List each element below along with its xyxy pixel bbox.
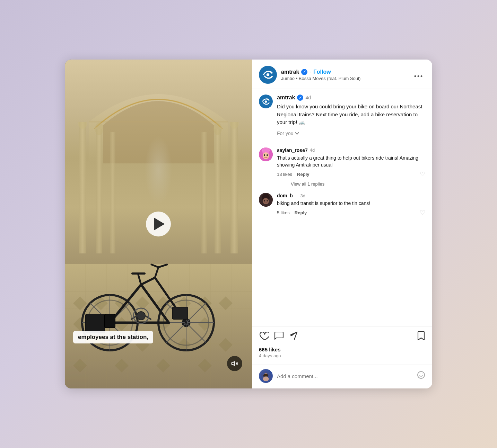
- comment-input-field[interactable]: [277, 373, 413, 379]
- svg-marker-78: [232, 361, 235, 366]
- svg-point-93: [263, 198, 269, 204]
- action-icons-row: [259, 331, 425, 343]
- current-user-avatar-icon: [261, 371, 271, 381]
- comment-content-1: sayian_rose7 4d That's actually a great …: [277, 147, 425, 178]
- svg-line-67: [158, 265, 167, 267]
- comment-author-2[interactable]: dom_b__: [277, 193, 298, 198]
- comment-author-row-1: sayian_rose7 4d: [277, 147, 425, 153]
- for-you-row[interactable]: For you: [277, 131, 425, 136]
- dom-avatar-icon: [259, 193, 273, 207]
- comment-button[interactable]: [274, 331, 284, 343]
- comment-avatar-sayian[interactable]: [259, 147, 273, 161]
- instagram-post-card: employees at the station,: [65, 60, 432, 388]
- comment-reply-button-2[interactable]: Reply: [295, 210, 307, 215]
- emoji-icon: [417, 371, 425, 379]
- post-author-username[interactable]: amtrak: [277, 95, 295, 101]
- play-button[interactable]: [146, 212, 171, 236]
- post-author-name-row: amtrak ✓ 4d: [277, 95, 425, 101]
- svg-rect-5: [215, 129, 221, 253]
- comment-heart-button-1[interactable]: ♡: [420, 170, 425, 178]
- post-header: amtrak ✓ · Follow Jumbo • Bossa Moves (f…: [252, 60, 432, 89]
- comments-area[interactable]: sayian_rose7 4d That's actually a great …: [252, 143, 432, 327]
- music-info: Jumbo • Bossa Moves (feat. Plum Soul): [281, 76, 407, 81]
- dot-separator: ·: [309, 69, 311, 75]
- svg-point-82: [415, 75, 416, 77]
- svg-rect-6: [201, 132, 207, 253]
- svg-point-88: [263, 152, 269, 159]
- comment-time-1: 4d: [310, 147, 315, 153]
- more-options-button[interactable]: [411, 69, 425, 81]
- svg-rect-74: [172, 307, 188, 319]
- for-you-label: For you: [277, 131, 293, 136]
- svg-rect-4: [230, 122, 238, 253]
- comment-likes-1: 13 likes: [277, 172, 292, 177]
- post-text: Did you know you could bring your bike o…: [277, 103, 425, 126]
- header-username[interactable]: amtrak: [281, 69, 299, 75]
- emoji-button[interactable]: [417, 371, 425, 381]
- mute-icon: [231, 360, 238, 367]
- svg-point-83: [418, 75, 419, 77]
- comment-input-row: [252, 365, 432, 388]
- svg-point-90: [267, 154, 268, 156]
- bookmark-button[interactable]: [417, 331, 425, 343]
- comment-reply-button-1[interactable]: Reply: [297, 172, 309, 177]
- follow-button[interactable]: Follow: [313, 69, 331, 75]
- svg-rect-75: [86, 314, 105, 333]
- hall-light: [145, 136, 172, 205]
- post-body: amtrak ✓ 4d Did you know you could bring…: [252, 89, 432, 143]
- heart-icon: [259, 331, 269, 340]
- comment-content-2: dom_b__ 3d biking and transit is superio…: [277, 193, 425, 216]
- post-text-area: amtrak ✓ 4d Did you know you could bring…: [277, 95, 425, 136]
- verified-badge-header: ✓: [301, 69, 307, 75]
- header-avatar[interactable]: [259, 66, 277, 84]
- comment-item: sayian_rose7 4d That's actually a great …: [259, 147, 425, 178]
- comment-author-row-2: dom_b__ 3d: [277, 193, 425, 198]
- post-amtrak-logo-icon: [261, 97, 271, 106]
- svg-point-84: [421, 75, 422, 77]
- content-panel: amtrak ✓ · Follow Jumbo • Bossa Moves (f…: [252, 60, 432, 388]
- view-replies-row[interactable]: View all 1 replies: [277, 181, 425, 187]
- svg-rect-1: [79, 122, 86, 253]
- svg-point-89: [264, 154, 265, 156]
- svg-line-68: [138, 275, 141, 285]
- post-author-row: amtrak ✓ 4d Did you know you could bring…: [259, 95, 425, 136]
- sayian-avatar-icon: [259, 147, 273, 161]
- likes-count: 665 likes: [259, 347, 425, 352]
- comment-time-2: 3d: [300, 193, 305, 198]
- play-icon: [154, 218, 165, 230]
- svg-point-95: [267, 200, 268, 201]
- comment-text-1: That's actually a great thing to help ou…: [277, 154, 425, 169]
- comment-item-2: dom_b__ 3d biking and transit is superio…: [259, 193, 425, 216]
- post-avatar[interactable]: [259, 95, 273, 108]
- comment-author-1[interactable]: sayian_rose7: [277, 147, 308, 153]
- svg-line-63: [141, 278, 155, 285]
- comment-text-2: biking and transit is superior to the ti…: [277, 200, 425, 207]
- svg-rect-77: [105, 314, 115, 328]
- view-replies-text[interactable]: View all 1 replies: [291, 181, 324, 187]
- svg-line-66: [151, 265, 158, 267]
- chevron-down-icon: [295, 132, 299, 135]
- comment-avatar-dom[interactable]: [259, 193, 273, 207]
- reply-line: [277, 184, 287, 184]
- header-username-row: amtrak ✓ · Follow: [281, 69, 407, 75]
- header-info: amtrak ✓ · Follow Jumbo • Bossa Moves (f…: [281, 69, 407, 81]
- share-button[interactable]: [289, 331, 299, 343]
- verified-badge-post: ✓: [297, 95, 303, 101]
- bookmark-icon: [417, 331, 425, 341]
- svg-point-85: [265, 100, 267, 103]
- share-icon: [289, 331, 299, 340]
- post-date: 4 days ago: [259, 353, 425, 358]
- svg-point-10: [213, 123, 222, 135]
- comment-heart-button-2[interactable]: ♡: [420, 209, 425, 216]
- svg-point-102: [418, 371, 425, 378]
- video-panel: employees at the station,: [65, 60, 252, 388]
- svg-point-9: [95, 123, 103, 135]
- amtrak-logo-icon: [262, 69, 274, 80]
- svg-rect-3: [110, 132, 115, 253]
- svg-point-70: [137, 312, 145, 320]
- more-icon: [414, 75, 422, 77]
- current-user-avatar: [259, 369, 273, 383]
- mute-button[interactable]: [227, 356, 242, 371]
- comment-icon: [274, 331, 284, 340]
- like-button[interactable]: [259, 331, 269, 343]
